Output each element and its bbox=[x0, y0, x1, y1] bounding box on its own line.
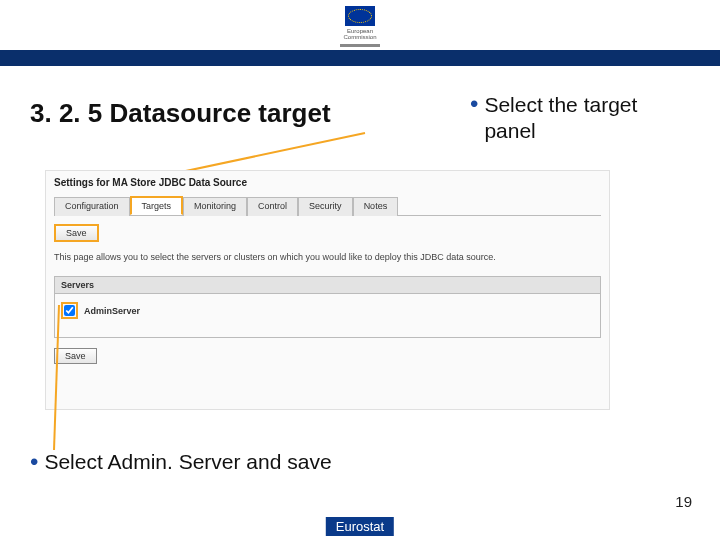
tab-control[interactable]: Control bbox=[247, 197, 298, 216]
tab-configuration[interactable]: Configuration bbox=[54, 197, 130, 216]
settings-heading: Settings for MA Store JDBC Data Source bbox=[54, 177, 601, 188]
ec-logo: European Commission bbox=[332, 6, 388, 47]
save-row-top: Save bbox=[54, 224, 601, 242]
save-button-bottom[interactable]: Save bbox=[54, 348, 97, 364]
servers-body: AdminServer bbox=[55, 294, 600, 337]
footer-eurostat: Eurostat bbox=[326, 517, 394, 536]
bullet-bottom-text: Select Admin. Server and save bbox=[44, 450, 331, 473]
weblogic-settings-panel: Settings for MA Store JDBC Data Source C… bbox=[45, 170, 610, 410]
logo-text: European Commission bbox=[332, 28, 388, 40]
adminserver-checkbox[interactable] bbox=[64, 305, 75, 316]
slide-title: 3. 2. 5 Datasource target bbox=[30, 98, 331, 129]
eu-flag-icon bbox=[345, 6, 375, 26]
banner-strip bbox=[0, 50, 720, 66]
tab-security[interactable]: Security bbox=[298, 197, 353, 216]
save-row-bottom: Save bbox=[54, 348, 601, 364]
bullet-select-target: •Select the target panel bbox=[470, 92, 680, 145]
bullet-right-text: Select the target panel bbox=[484, 92, 654, 145]
tab-monitoring[interactable]: Monitoring bbox=[183, 197, 247, 216]
bullet-select-adminserver: •Select Admin. Server and save bbox=[30, 450, 332, 474]
page-number: 19 bbox=[675, 493, 692, 510]
save-button-top[interactable]: Save bbox=[54, 224, 99, 242]
server-label: AdminServer bbox=[84, 306, 140, 316]
panel-description: This page allows you to select the serve… bbox=[54, 252, 601, 262]
tabs-row: Configuration Targets Monitoring Control… bbox=[54, 196, 601, 216]
tab-notes[interactable]: Notes bbox=[353, 197, 399, 216]
servers-box: Servers AdminServer bbox=[54, 276, 601, 338]
top-banner: European Commission bbox=[0, 0, 720, 80]
adminserver-checkbox-highlight bbox=[61, 302, 78, 319]
tab-targets[interactable]: Targets bbox=[130, 196, 184, 215]
servers-header: Servers bbox=[55, 277, 600, 294]
